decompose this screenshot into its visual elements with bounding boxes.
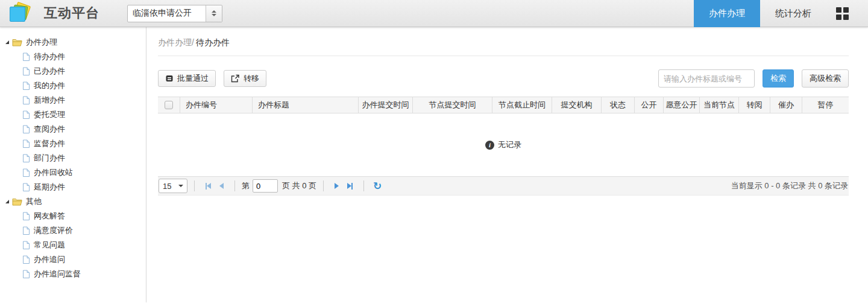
transfer-icon (231, 74, 240, 83)
sidebar-item-delayed-cases[interactable]: 延期办件 (0, 180, 146, 194)
toolbar: 批量通过 转移 检索 高级检索 (158, 69, 849, 88)
site-select[interactable]: 临淄依申请公开 (127, 5, 222, 22)
sidebar-folder-other[interactable]: 其他 (0, 194, 146, 209)
folder-icon (12, 197, 22, 206)
sidebar-item-label: 委托受理 (34, 109, 65, 120)
app-title: 互动平台 (44, 4, 99, 22)
sidebar-item-label: 满意度评价 (34, 225, 73, 236)
sidebar-item-label: 已办办件 (34, 66, 65, 77)
transfer-button[interactable]: 转移 (224, 70, 266, 87)
sidebar-tree: 办件办理 待办办件 已办办件 我的办件 新增办件 委托受理 查阅办件 监督办件 (0, 27, 146, 302)
sidebar-item-label: 部门办件 (34, 153, 65, 164)
next-page-icon (335, 183, 339, 189)
first-page-icon (207, 183, 211, 189)
sidebar-item-case-followup[interactable]: 办件追问 (0, 252, 146, 267)
search-input[interactable] (658, 69, 755, 88)
sidebar-folder-label: 其他 (26, 196, 42, 207)
sidebar-item-label: 网友解答 (34, 211, 65, 222)
transfer-label: 转移 (244, 73, 259, 84)
batch-approve-label: 批量通过 (177, 73, 209, 84)
col-submit-org: 提交机构 (552, 97, 601, 113)
file-icon (22, 96, 30, 105)
dropdown-arrow-icon (178, 185, 183, 187)
top-header: 互动平台 临淄依申请公开 办件办理 统计分析 (0, 0, 868, 27)
table-header-row: 办件编号 办件标题 办件提交时间 节点提交时间 节点截止时间 提交机构 状态 公… (158, 97, 849, 113)
sidebar-item-department-cases[interactable]: 部门办件 (0, 151, 146, 165)
file-icon (22, 168, 30, 177)
sidebar-item-label: 查阅办件 (34, 124, 65, 135)
sidebar-item-label: 监督办件 (34, 138, 65, 149)
file-icon (22, 270, 30, 279)
sidebar-item-satisfaction-rating[interactable]: 满意度评价 (0, 223, 146, 238)
sidebar-item-netizen-answers[interactable]: 网友解答 (0, 209, 146, 223)
page-size-value: 15 (163, 182, 171, 191)
col-current-node: 当前节点 (699, 97, 738, 113)
next-page-button[interactable] (335, 183, 339, 189)
sidebar-item-new-case[interactable]: 新增办件 (0, 93, 146, 107)
col-urge: 催办 (770, 97, 802, 113)
folder-icon (12, 38, 22, 46)
breadcrumb-section[interactable]: 办件办理/ (158, 37, 194, 47)
refresh-icon[interactable]: ↻ (373, 180, 382, 192)
file-icon (22, 110, 30, 120)
tab-case-handling[interactable]: 办件办理 (694, 0, 760, 27)
first-page-button[interactable] (206, 183, 211, 190)
file-icon (22, 241, 30, 250)
sidebar-item-recycle-bin[interactable]: 办件回收站 (0, 165, 146, 180)
main-content: 办件办理/待办办件 批量通过 转移 检索 高级检索 办件编号 办件标题 办件提交… (146, 27, 868, 302)
col-public: 公开 (634, 97, 663, 113)
search-button[interactable]: 检索 (763, 69, 794, 88)
prev-page-button[interactable] (219, 183, 224, 189)
sidebar-item-case-followup-supervision[interactable]: 办件追问监督 (0, 267, 146, 281)
sidebar-item-label: 办件追问监督 (34, 269, 81, 279)
col-case-number: 办件编号 (180, 97, 252, 113)
apps-grid-icon[interactable] (836, 7, 849, 20)
file-icon (22, 183, 30, 192)
last-page-button[interactable] (347, 183, 353, 190)
file-icon (22, 226, 30, 235)
col-case-submit-time: 办件提交时间 (358, 97, 412, 113)
last-page-icon (347, 183, 351, 189)
page-size-select[interactable]: 15 (159, 179, 187, 193)
select-all-checkbox[interactable] (165, 101, 173, 109)
prev-page-icon (219, 183, 224, 189)
records-summary: 当前显示 0 - 0 条记录 共 0 条记录 (731, 180, 848, 191)
sidebar-item-supervised-cases[interactable]: 监督办件 (0, 136, 146, 151)
site-select-stepper-icon[interactable] (206, 5, 222, 22)
pagination-bar: 15 第 页 共 0 页 ↻ 当前显示 0 - 0 条记录 共 0 条记录 (158, 176, 849, 196)
col-status: 状态 (601, 97, 634, 113)
sidebar-item-my-cases[interactable]: 我的办件 (0, 78, 146, 93)
expand-arrow-icon[interactable] (5, 200, 9, 203)
sidebar-item-pending-cases[interactable]: 待办办件 (0, 49, 146, 64)
tab-statistics[interactable]: 统计分析 (760, 0, 826, 27)
page-suffix-label: 页 共 0 页 (282, 180, 316, 191)
page-number-input[interactable] (253, 179, 278, 193)
sidebar-item-done-cases[interactable]: 已办办件 (0, 64, 146, 78)
empty-state-text: 无记录 (498, 139, 521, 150)
sidebar-item-label: 待办办件 (34, 51, 65, 62)
col-node-submit-time: 节点提交时间 (412, 97, 492, 113)
col-pause: 暂停 (802, 97, 849, 113)
file-icon (22, 67, 30, 76)
app-logo-icon (8, 2, 33, 25)
file-icon (22, 212, 30, 221)
sidebar-item-label: 办件追问 (34, 254, 65, 265)
file-icon (22, 81, 30, 91)
sidebar-item-review-cases[interactable]: 查阅办件 (0, 122, 146, 136)
col-case-title: 办件标题 (252, 97, 358, 113)
expand-arrow-icon[interactable] (5, 40, 9, 44)
batch-approve-button[interactable]: 批量通过 (158, 70, 216, 87)
sidebar-item-label: 我的办件 (34, 80, 65, 91)
sidebar-item-label: 延期办件 (34, 182, 65, 193)
advanced-search-button[interactable]: 高级检索 (802, 69, 849, 88)
file-icon (22, 53, 30, 62)
sidebar-folder-case-handling[interactable]: 办件办理 (0, 35, 146, 49)
col-node-deadline: 节点截止时间 (492, 97, 552, 113)
breadcrumb-current: 待办办件 (196, 37, 230, 47)
file-icon (22, 154, 30, 163)
sidebar-item-faq[interactable]: 常见问题 (0, 238, 146, 252)
col-forward-read: 转阅 (738, 97, 770, 113)
sidebar-item-entrusted-acceptance[interactable]: 委托受理 (0, 107, 146, 122)
batch-approve-icon (165, 74, 174, 83)
site-select-value: 临淄依申请公开 (128, 5, 206, 22)
